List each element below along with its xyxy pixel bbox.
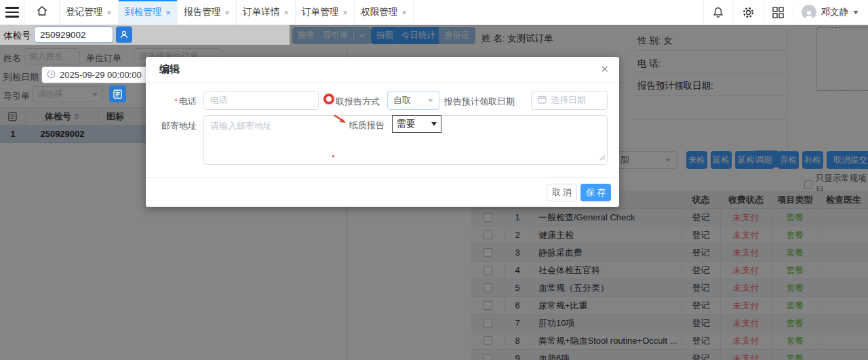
user-name: 邓文静 (821, 6, 849, 18)
annotation-dot (332, 155, 334, 157)
home-icon (36, 5, 48, 20)
tab-registration[interactable]: 登记管理 × (60, 0, 119, 24)
tab-label: 登记管理 (66, 6, 102, 18)
annotation-arrow-icon (333, 114, 348, 127)
exam-no-input[interactable]: 250929002 (34, 26, 113, 43)
tab-order-detail[interactable]: 订单详情 × (237, 0, 296, 24)
click-marker-icon (323, 94, 334, 104)
hamburger-menu-icon[interactable] (0, 0, 24, 24)
tab-label: 报告管理 (184, 6, 220, 18)
pickup-method-label: 取报告方式 (336, 96, 390, 108)
exam-no-row: 体检号 250929002 (0, 25, 290, 45)
tab-label: 权限管理 (361, 6, 397, 18)
guide-print-button[interactable] (109, 85, 126, 102)
chevron-down-icon (853, 11, 859, 14)
tab-home[interactable] (24, 0, 60, 24)
cancel-button[interactable]: 取 消 (547, 184, 577, 201)
mail-address-label: 邮寄地址 (146, 120, 197, 132)
bell-icon[interactable] (703, 0, 733, 25)
person-lookup-button[interactable] (116, 26, 132, 43)
phone-label: *电话 (146, 96, 197, 108)
tab-close-icon[interactable]: × (401, 7, 407, 18)
edit-dialog: 编辑 × *电话 电话 取报告方式 自取 报告预计领取日期 选择日期 邮寄地址 … (146, 57, 619, 207)
report-pickup-date-label: 报告预计领取日期 (444, 96, 524, 108)
tab-close-icon[interactable]: × (342, 7, 348, 18)
tab-label: 订单管理 (302, 6, 338, 18)
clock-icon (47, 70, 56, 81)
paper-report-select[interactable]: 需要 (392, 115, 441, 133)
tab-label: 到检管理 (125, 6, 161, 18)
avatar (802, 5, 816, 20)
dialog-header: 编辑 × (146, 57, 619, 83)
apps-grid-icon[interactable] (763, 0, 793, 25)
tab-label: 订单详情 (243, 6, 279, 18)
gear-icon[interactable] (733, 0, 763, 25)
pickup-method-select[interactable]: 自取 (387, 91, 439, 110)
chevron-down-icon (428, 99, 433, 102)
topbar-right: 邓文静 (703, 0, 868, 24)
close-icon[interactable]: × (601, 62, 608, 75)
tab-close-icon[interactable]: × (224, 7, 230, 18)
tab-order-mgmt[interactable]: 订单管理 × (296, 0, 355, 24)
tab-close-icon[interactable]: × (165, 7, 171, 18)
save-button[interactable]: 保 存 (580, 184, 611, 201)
tab-report-mgmt[interactable]: 报告管理 × (178, 0, 237, 24)
dialog-title: 编辑 (159, 63, 180, 76)
app-screen: 登记管理 × 到检管理 × 报告管理 × 订单详情 × 订单管理 × 权限管理 … (0, 0, 868, 360)
tab-arrival-check[interactable]: 到检管理 × (119, 0, 178, 24)
phone-input[interactable]: 电话 (203, 91, 319, 110)
report-pickup-date-input[interactable]: 选择日期 (531, 91, 608, 110)
resize-grip-icon[interactable] (599, 153, 606, 163)
tab-close-icon[interactable]: × (283, 7, 289, 18)
arrive-date-input[interactable]: 2025-09-29 00:00:00 (41, 66, 155, 83)
paper-report-label: 纸质报告 (349, 119, 389, 132)
calendar-icon (538, 95, 547, 106)
tab-close-icon[interactable]: × (106, 7, 112, 18)
dialog-footer: 取 消 保 存 (146, 177, 619, 207)
tab-permission-mgmt[interactable]: 权限管理 × (355, 0, 414, 24)
top-tab-bar: 登记管理 × 到检管理 × 报告管理 × 订单详情 × 订单管理 × 权限管理 … (0, 0, 868, 25)
user-menu[interactable]: 邓文静 (793, 5, 868, 20)
exam-no-label: 体检号 (3, 30, 31, 42)
dropdown-caret-icon (431, 122, 437, 126)
